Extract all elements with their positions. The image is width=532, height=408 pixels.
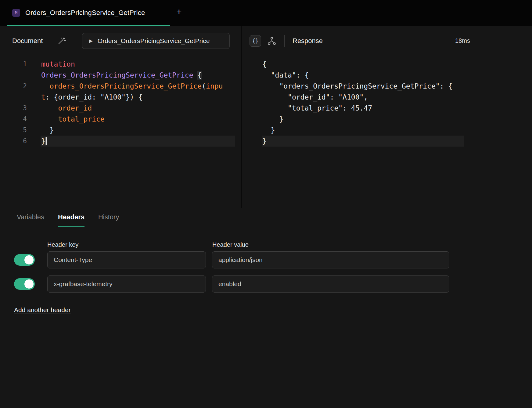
- code-token: [41, 82, 50, 90]
- new-tab-button[interactable]: +: [176, 7, 182, 17]
- response-pane: {} Response: [242, 26, 532, 208]
- code-text: }: [41, 125, 54, 136]
- document-header: Document: [0, 26, 241, 56]
- code-text: total_price: [41, 114, 105, 125]
- operation-selector-label: Orders_OrdersPricingService_GetPrice: [98, 37, 210, 45]
- header-key-label: Header key: [47, 241, 78, 248]
- play-icon: ▶: [89, 38, 93, 44]
- code-token: [41, 115, 58, 123]
- operation-selector-button[interactable]: ▶ Orders_OrdersPricingService_GetPrice: [82, 33, 230, 49]
- tab-variables[interactable]: Variables: [17, 213, 44, 227]
- line-number: 3: [0, 103, 27, 114]
- header-divider: [284, 35, 285, 47]
- response-line: "order_id": "A100",: [262, 92, 464, 103]
- header-key-input[interactable]: x-grafbase-telemetry: [47, 275, 206, 293]
- line-number: 5: [0, 125, 27, 136]
- json-view-button[interactable]: {}: [250, 35, 261, 47]
- line-number: 6: [0, 136, 27, 147]
- response-title: Response: [293, 37, 323, 45]
- response-text: }: [262, 114, 283, 125]
- code-token: inpu: [206, 82, 223, 90]
- editor-line[interactable]: 3 order_id: [0, 103, 241, 114]
- header-enabled-toggle[interactable]: [14, 278, 35, 290]
- code-text: t: {order_id: "A100"}) {: [41, 92, 142, 103]
- code-text: order_id: [41, 103, 92, 114]
- response-text: "data": {: [262, 70, 309, 81]
- query-editor[interactable]: 1mutationOrders_OrdersPricingService_Get…: [0, 56, 241, 208]
- response-line: "orders_OrdersPricingService_GetPrice": …: [262, 81, 464, 92]
- response-text: "total_price": 45.47: [262, 103, 372, 114]
- header-value-label: Header value: [212, 241, 249, 248]
- code-token: {: [197, 71, 202, 79]
- magic-wand-icon: [57, 37, 66, 45]
- code-token: (: [202, 82, 206, 90]
- mutation-badge: M: [12, 9, 20, 17]
- braces-icon: {}: [252, 38, 258, 44]
- tab-title: Orders_OrdersPricingService_GetPrice: [25, 9, 145, 17]
- code-token: [41, 104, 58, 112]
- editor-line[interactable]: 6}: [0, 136, 241, 147]
- code-token: total_price: [58, 115, 104, 123]
- toggle-knob: [24, 255, 34, 264]
- response-line: }: [262, 125, 464, 136]
- editor-line[interactable]: 2 orders_OrdersPricingService_GetPrice(i…: [0, 81, 241, 92]
- toggle-knob: [24, 279, 34, 289]
- response-text: }: [262, 136, 267, 147]
- header-enabled-toggle[interactable]: [14, 254, 35, 266]
- header-key-input[interactable]: Content-Type: [47, 251, 206, 268]
- main-split: Document: [0, 26, 532, 208]
- header-divider: [74, 35, 74, 47]
- code-token: }: [41, 137, 45, 145]
- response-text: }: [262, 125, 275, 136]
- response-text: "order_id": "A100",: [262, 92, 368, 103]
- editor-line[interactable]: 4 total_price: [0, 114, 241, 125]
- header-row: x-grafbase-telemetryenabled: [0, 275, 532, 293]
- line-number: 1: [0, 59, 27, 70]
- editor-line[interactable]: 1mutation: [0, 59, 241, 70]
- line-number: 2: [0, 81, 27, 92]
- code-text: }: [41, 136, 47, 147]
- header-value-input[interactable]: enabled: [212, 275, 449, 293]
- header-value-input[interactable]: application/json: [212, 251, 449, 268]
- response-line: "total_price": 45.47: [262, 103, 464, 114]
- code-token: order_id: [58, 104, 92, 112]
- response-latency: 18ms: [455, 37, 470, 44]
- code-token: : {order_id: "A100"}) {: [45, 93, 143, 101]
- response-text: {: [262, 59, 267, 70]
- operation-tab[interactable]: M Orders_OrdersPricingService_GetPrice: [7, 0, 170, 26]
- header-rows: Content-Typeapplication/jsonx-grafbase-t…: [0, 251, 532, 300]
- editor-line[interactable]: Orders_OrdersPricingService_GetPrice {: [0, 70, 241, 81]
- tab-bar: M Orders_OrdersPricingService_GetPrice +: [0, 0, 532, 26]
- schema-tree-button[interactable]: [267, 36, 276, 46]
- code-text: mutation: [41, 59, 75, 70]
- code-text: orders_OrdersPricingService_GetPrice(inp…: [41, 81, 223, 92]
- editor-line[interactable]: 5 }: [0, 125, 241, 136]
- prettify-button[interactable]: [57, 37, 66, 45]
- code-token: orders_OrdersPricingService_GetPrice: [50, 82, 202, 90]
- response-line: {: [262, 59, 464, 70]
- text-cursor: [46, 137, 47, 145]
- code-token: mutation: [41, 60, 75, 68]
- response-line: }: [262, 114, 464, 125]
- response-text: "orders_OrdersPricingService_GetPrice": …: [262, 81, 452, 92]
- code-token: }: [41, 126, 54, 134]
- code-text: Orders_OrdersPricingService_GetPrice {: [41, 70, 202, 81]
- line-number: 4: [0, 114, 27, 125]
- bottom-tab-list: VariablesHeadersHistory: [17, 213, 119, 227]
- response-header: {} Response: [242, 26, 532, 56]
- response-body: { "data": { "orders_OrdersPricingService…: [262, 56, 464, 208]
- tab-headers[interactable]: Headers: [58, 213, 84, 227]
- add-header-link[interactable]: Add another header: [14, 306, 71, 314]
- tab-history[interactable]: History: [98, 213, 119, 227]
- document-pane: Document: [0, 26, 241, 208]
- code-token: t: [41, 93, 45, 101]
- response-line: "data": {: [262, 70, 464, 81]
- editor-line[interactable]: t: {order_id: "A100"}) {: [0, 92, 241, 103]
- tree-icon: [267, 36, 276, 46]
- response-line: }: [262, 136, 464, 147]
- document-title: Document: [12, 37, 43, 45]
- header-row: Content-Typeapplication/json: [0, 251, 532, 268]
- graphql-client-window: M Orders_OrdersPricingService_GetPrice +…: [0, 0, 532, 408]
- code-token: Orders_OrdersPricingService_GetPrice: [41, 71, 193, 79]
- code-token: [193, 71, 198, 79]
